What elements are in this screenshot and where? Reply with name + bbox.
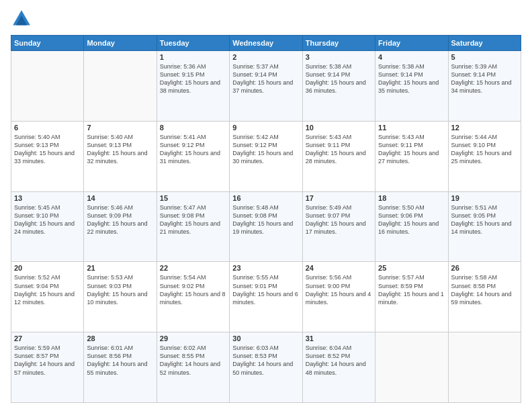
day-info: Sunrise: 6:01 AMSunset: 8:56 PMDaylight:… bbox=[87, 344, 153, 377]
day-number: 10 bbox=[306, 124, 372, 132]
day-cell: 23Sunrise: 5:55 AMSunset: 9:01 PMDayligh… bbox=[230, 262, 302, 332]
day-number: 30 bbox=[232, 334, 299, 342]
day-number: 15 bbox=[160, 194, 226, 202]
day-number: 26 bbox=[451, 264, 518, 272]
day-cell: 4Sunrise: 5:38 AMSunset: 9:14 PMDaylight… bbox=[375, 51, 448, 122]
day-info: Sunrise: 5:52 AMSunset: 9:04 PMDaylight:… bbox=[14, 273, 81, 306]
weekday-header-monday: Monday bbox=[84, 36, 157, 51]
day-number: 2 bbox=[232, 53, 299, 61]
day-cell: 30Sunrise: 6:03 AMSunset: 8:53 PMDayligh… bbox=[230, 332, 302, 403]
day-info: Sunrise: 5:40 AMSunset: 9:13 PMDaylight:… bbox=[14, 133, 81, 166]
day-info: Sunrise: 5:57 AMSunset: 8:59 PMDaylight:… bbox=[378, 273, 445, 306]
weekday-header-wednesday: Wednesday bbox=[230, 36, 302, 51]
weekday-header-row: SundayMondayTuesdayWednesdayThursdayFrid… bbox=[11, 36, 521, 51]
day-info: Sunrise: 6:03 AMSunset: 8:53 PMDaylight:… bbox=[232, 344, 299, 377]
day-info: Sunrise: 5:47 AMSunset: 9:08 PMDaylight:… bbox=[160, 203, 226, 236]
day-info: Sunrise: 5:56 AMSunset: 9:00 PMDaylight:… bbox=[306, 273, 372, 306]
day-cell: 10Sunrise: 5:43 AMSunset: 9:11 PMDayligh… bbox=[302, 121, 375, 191]
day-info: Sunrise: 5:50 AMSunset: 9:06 PMDaylight:… bbox=[378, 203, 445, 236]
day-number: 23 bbox=[232, 264, 299, 272]
day-cell: 27Sunrise: 5:59 AMSunset: 8:57 PMDayligh… bbox=[11, 332, 84, 403]
day-number: 17 bbox=[306, 194, 372, 202]
day-cell bbox=[84, 51, 157, 122]
day-number: 4 bbox=[378, 53, 445, 61]
day-info: Sunrise: 5:38 AMSunset: 9:14 PMDaylight:… bbox=[378, 62, 445, 95]
day-info: Sunrise: 5:43 AMSunset: 9:11 PMDaylight:… bbox=[306, 133, 372, 166]
calendar: SundayMondayTuesdayWednesdayThursdayFrid… bbox=[11, 35, 521, 403]
day-info: Sunrise: 6:04 AMSunset: 8:52 PMDaylight:… bbox=[306, 344, 372, 377]
week-row-3: 13Sunrise: 5:45 AMSunset: 9:10 PMDayligh… bbox=[11, 191, 521, 262]
day-cell: 8Sunrise: 5:41 AMSunset: 9:12 PMDaylight… bbox=[157, 121, 229, 191]
day-info: Sunrise: 5:38 AMSunset: 9:14 PMDaylight:… bbox=[306, 62, 372, 95]
day-cell: 3Sunrise: 5:38 AMSunset: 9:14 PMDaylight… bbox=[302, 51, 375, 122]
day-info: Sunrise: 5:37 AMSunset: 9:14 PMDaylight:… bbox=[232, 62, 299, 95]
day-info: Sunrise: 5:53 AMSunset: 9:03 PMDaylight:… bbox=[87, 273, 153, 306]
day-number: 24 bbox=[306, 264, 372, 272]
week-row-5: 27Sunrise: 5:59 AMSunset: 8:57 PMDayligh… bbox=[11, 332, 521, 403]
weekday-header-friday: Friday bbox=[375, 36, 448, 51]
day-cell: 26Sunrise: 5:58 AMSunset: 8:58 PMDayligh… bbox=[448, 262, 521, 332]
weekday-header-thursday: Thursday bbox=[302, 36, 375, 51]
day-cell: 31Sunrise: 6:04 AMSunset: 8:52 PMDayligh… bbox=[302, 332, 375, 403]
day-cell: 21Sunrise: 5:53 AMSunset: 9:03 PMDayligh… bbox=[84, 262, 157, 332]
day-cell: 24Sunrise: 5:56 AMSunset: 9:00 PMDayligh… bbox=[302, 262, 375, 332]
day-cell: 12Sunrise: 5:44 AMSunset: 9:10 PMDayligh… bbox=[448, 121, 521, 191]
day-cell: 22Sunrise: 5:54 AMSunset: 9:02 PMDayligh… bbox=[157, 262, 229, 332]
day-cell: 18Sunrise: 5:50 AMSunset: 9:06 PMDayligh… bbox=[375, 191, 448, 262]
day-number: 18 bbox=[378, 194, 445, 202]
day-info: Sunrise: 5:42 AMSunset: 9:12 PMDaylight:… bbox=[232, 133, 299, 166]
logo-icon bbox=[11, 8, 32, 30]
day-number: 25 bbox=[378, 264, 445, 272]
day-number: 3 bbox=[306, 53, 372, 61]
day-number: 1 bbox=[160, 53, 226, 61]
day-cell: 9Sunrise: 5:42 AMSunset: 9:12 PMDaylight… bbox=[230, 121, 302, 191]
day-cell: 11Sunrise: 5:43 AMSunset: 9:11 PMDayligh… bbox=[375, 121, 448, 191]
day-number: 5 bbox=[451, 53, 518, 61]
day-number: 19 bbox=[451, 194, 518, 202]
day-cell: 17Sunrise: 5:49 AMSunset: 9:07 PMDayligh… bbox=[302, 191, 375, 262]
day-info: Sunrise: 5:44 AMSunset: 9:10 PMDaylight:… bbox=[451, 133, 518, 166]
day-number: 31 bbox=[306, 334, 372, 342]
day-info: Sunrise: 5:46 AMSunset: 9:09 PMDaylight:… bbox=[87, 203, 153, 236]
day-cell: 5Sunrise: 5:39 AMSunset: 9:14 PMDaylight… bbox=[448, 51, 521, 122]
day-info: Sunrise: 5:55 AMSunset: 9:01 PMDaylight:… bbox=[232, 273, 299, 306]
day-cell bbox=[11, 51, 84, 122]
day-number: 27 bbox=[14, 334, 81, 342]
day-cell: 28Sunrise: 6:01 AMSunset: 8:56 PMDayligh… bbox=[84, 332, 157, 403]
day-number: 13 bbox=[14, 194, 81, 202]
week-row-2: 6Sunrise: 5:40 AMSunset: 9:13 PMDaylight… bbox=[11, 121, 521, 191]
day-info: Sunrise: 5:59 AMSunset: 8:57 PMDaylight:… bbox=[14, 344, 81, 377]
page: SundayMondayTuesdayWednesdayThursdayFrid… bbox=[0, 0, 532, 411]
day-cell: 25Sunrise: 5:57 AMSunset: 8:59 PMDayligh… bbox=[375, 262, 448, 332]
weekday-header-saturday: Saturday bbox=[448, 36, 521, 51]
day-cell: 7Sunrise: 5:40 AMSunset: 9:13 PMDaylight… bbox=[84, 121, 157, 191]
day-number: 11 bbox=[378, 124, 445, 132]
day-cell: 15Sunrise: 5:47 AMSunset: 9:08 PMDayligh… bbox=[157, 191, 229, 262]
weekday-header-sunday: Sunday bbox=[11, 36, 84, 51]
day-info: Sunrise: 5:39 AMSunset: 9:14 PMDaylight:… bbox=[451, 62, 518, 95]
day-info: Sunrise: 5:43 AMSunset: 9:11 PMDaylight:… bbox=[378, 133, 445, 166]
day-cell: 14Sunrise: 5:46 AMSunset: 9:09 PMDayligh… bbox=[84, 191, 157, 262]
day-number: 12 bbox=[451, 124, 518, 132]
day-number: 8 bbox=[160, 124, 226, 132]
logo bbox=[11, 8, 35, 30]
day-number: 28 bbox=[87, 334, 153, 342]
week-row-4: 20Sunrise: 5:52 AMSunset: 9:04 PMDayligh… bbox=[11, 262, 521, 332]
day-cell bbox=[448, 332, 521, 403]
day-cell: 20Sunrise: 5:52 AMSunset: 9:04 PMDayligh… bbox=[11, 262, 84, 332]
day-number: 7 bbox=[87, 124, 153, 132]
day-cell: 16Sunrise: 5:48 AMSunset: 9:08 PMDayligh… bbox=[230, 191, 302, 262]
day-number: 29 bbox=[160, 334, 226, 342]
day-cell: 19Sunrise: 5:51 AMSunset: 9:05 PMDayligh… bbox=[448, 191, 521, 262]
day-info: Sunrise: 6:02 AMSunset: 8:55 PMDaylight:… bbox=[160, 344, 226, 377]
day-info: Sunrise: 5:48 AMSunset: 9:08 PMDaylight:… bbox=[232, 203, 299, 236]
day-number: 6 bbox=[14, 124, 81, 132]
day-info: Sunrise: 5:41 AMSunset: 9:12 PMDaylight:… bbox=[160, 133, 226, 166]
day-cell: 29Sunrise: 6:02 AMSunset: 8:55 PMDayligh… bbox=[157, 332, 229, 403]
day-info: Sunrise: 5:49 AMSunset: 9:07 PMDaylight:… bbox=[306, 203, 372, 236]
weekday-header-tuesday: Tuesday bbox=[157, 36, 229, 51]
day-number: 22 bbox=[160, 264, 226, 272]
day-number: 16 bbox=[232, 194, 299, 202]
day-cell: 1Sunrise: 5:36 AMSunset: 9:15 PMDaylight… bbox=[157, 51, 229, 122]
day-info: Sunrise: 5:40 AMSunset: 9:13 PMDaylight:… bbox=[87, 133, 153, 166]
